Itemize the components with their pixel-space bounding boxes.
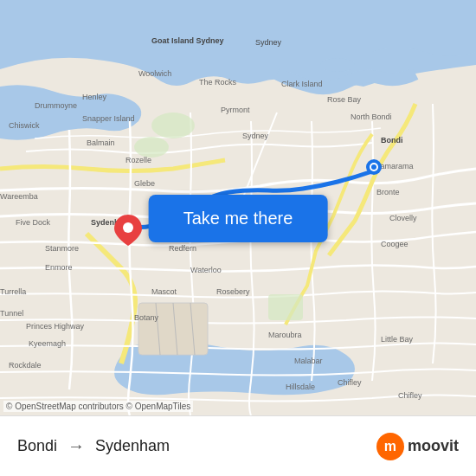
svg-text:Bondi: Bondi — [381, 136, 403, 145]
svg-text:Little Bay: Little Bay — [381, 335, 414, 344]
svg-text:Princes Highway: Princes Highway — [26, 322, 85, 331]
svg-text:Stanmore: Stanmore — [45, 244, 79, 253]
svg-text:Rosebery: Rosebery — [216, 287, 250, 296]
route-arrow-icon: → — [68, 436, 85, 456]
svg-text:Clark Island: Clark Island — [281, 80, 323, 88]
svg-text:Kyeemagh: Kyeemagh — [29, 339, 66, 348]
svg-text:Five Dock: Five Dock — [16, 218, 51, 227]
svg-text:Wareemba: Wareemba — [0, 192, 38, 201]
svg-text:Chiswick: Chiswick — [9, 121, 40, 130]
moovit-m-icon: m — [376, 433, 404, 460]
destination-label: Sydenham — [95, 437, 170, 455]
svg-text:Chifley: Chifley — [338, 378, 362, 387]
moovit-brand-text: moovit — [408, 437, 459, 455]
route-info: Bondi → Sydenham — [17, 436, 170, 456]
svg-text:Drummoyne: Drummoyne — [35, 101, 77, 110]
svg-text:Sydney: Sydney — [242, 132, 269, 140]
svg-text:Snapper Island: Snapper Island — [82, 114, 135, 123]
svg-text:Henley: Henley — [82, 93, 107, 101]
map-attribution: © OpenStreetMap contributors © OpenMapTi… — [3, 401, 193, 412]
svg-point-2 — [151, 113, 195, 138]
svg-point-54 — [371, 164, 376, 170]
svg-text:Glebe: Glebe — [134, 179, 155, 188]
svg-text:Rose Bay: Rose Bay — [327, 95, 362, 104]
svg-text:Turrella: Turrella — [0, 287, 26, 296]
bottom-bar: Bondi → Sydenham m moovit — [0, 415, 476, 476]
svg-text:Botany: Botany — [134, 313, 159, 322]
svg-text:Goat Island Sydney: Goat Island Sydney — [151, 36, 224, 45]
take-me-there-button[interactable]: Take me there — [149, 195, 328, 242]
svg-text:Sydney: Sydney — [255, 38, 282, 47]
moovit-logo: m moovit — [376, 433, 459, 460]
svg-text:Hillsdale: Hillsdale — [286, 383, 315, 391]
map-container: Drummoyne Chiswick Henley Woolwich Snapp… — [0, 0, 476, 415]
svg-text:Rockdale: Rockdale — [9, 361, 42, 370]
svg-text:Balmain: Balmain — [87, 138, 115, 147]
svg-text:Tamarama: Tamarama — [376, 162, 414, 170]
svg-text:Mascot: Mascot — [151, 287, 177, 296]
svg-rect-5 — [138, 303, 208, 355]
svg-text:Woolwich: Woolwich — [138, 69, 171, 78]
svg-text:North Bondi: North Bondi — [351, 113, 392, 121]
svg-text:Malabar: Malabar — [294, 357, 323, 365]
svg-text:Pyrmont: Pyrmont — [221, 106, 250, 114]
svg-text:Coogee: Coogee — [381, 240, 408, 248]
svg-text:Tunnel: Tunnel — [0, 309, 23, 318]
svg-point-3 — [134, 137, 169, 158]
svg-point-52 — [123, 222, 133, 233]
svg-text:Chifley: Chifley — [398, 391, 422, 400]
origin-label: Bondi — [17, 437, 57, 455]
svg-point-1 — [320, 58, 355, 72]
svg-text:Waterloo: Waterloo — [190, 266, 222, 274]
svg-text:Bronte: Bronte — [376, 188, 400, 196]
svg-rect-4 — [268, 294, 303, 320]
svg-text:Redfern: Redfern — [169, 244, 196, 253]
svg-text:The Rocks: The Rocks — [199, 78, 237, 87]
svg-text:Clovelly: Clovelly — [389, 214, 417, 222]
svg-text:Enmore: Enmore — [45, 263, 73, 272]
svg-text:Rozelle: Rozelle — [125, 156, 151, 164]
svg-text:Maroubra: Maroubra — [268, 331, 302, 339]
